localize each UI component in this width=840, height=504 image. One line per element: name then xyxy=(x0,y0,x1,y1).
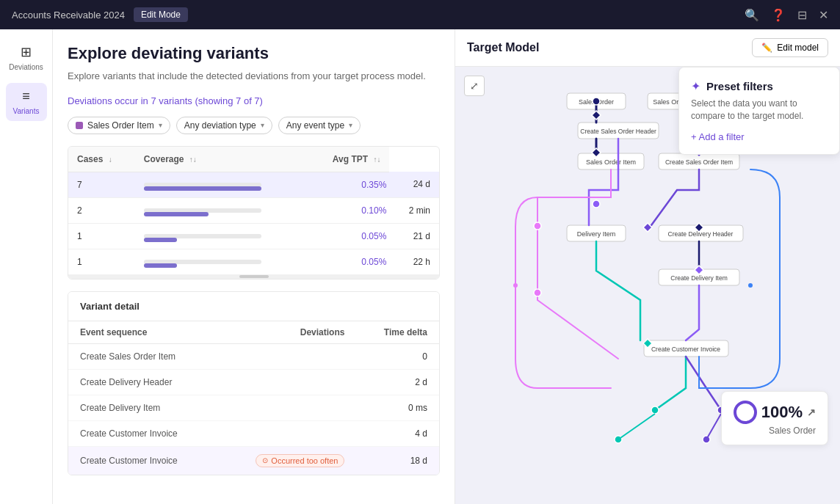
cell-pct: 0.35% xyxy=(306,172,389,197)
coverage-bar-fill xyxy=(144,238,177,242)
cell-coverage xyxy=(135,223,306,249)
cell-cases: 1 xyxy=(68,223,135,249)
title-bar-left: Accounts Receivable 2024 Edit Mode xyxy=(12,7,188,22)
svg-text:Sales Order Item: Sales Order Item xyxy=(586,158,636,166)
svg-text:Create Delivery Item: Create Delivery Item xyxy=(670,274,727,282)
edit-model-label: Edit model xyxy=(777,43,819,53)
edit-mode-badge[interactable]: Edit Mode xyxy=(134,7,188,22)
svg-point-34 xyxy=(748,283,753,288)
left-panel-content: Explore deviating variants Explore varia… xyxy=(53,29,455,504)
summary-text: Deviations occur in 7 variants xyxy=(68,95,192,106)
svg-point-27 xyxy=(593,200,600,208)
col-cases[interactable]: Cases ↓ xyxy=(68,147,135,172)
chevron-down-icon-2: ▾ xyxy=(261,121,264,129)
variants-label: Variants xyxy=(13,107,40,115)
variants-icon: ≡ xyxy=(22,89,30,104)
deviation-cell xyxy=(217,369,356,395)
chevron-down-icon-3: ▾ xyxy=(349,121,352,129)
timedelta-cell: 4 d xyxy=(356,420,439,446)
deviation-cell xyxy=(217,343,356,369)
detail-col-event: Event sequence xyxy=(68,321,217,344)
deviation-cell: ⊙ Occurred too often xyxy=(217,446,356,475)
add-filter-label: + Add a filter xyxy=(691,131,745,142)
variants-table-container: Cases ↓ Coverage ↑↓ Avg TPT ↑↓ 7 0.35% 2… xyxy=(68,146,440,280)
cell-cases: 1 xyxy=(68,249,135,274)
coverage-bar-fill xyxy=(144,186,261,191)
help-icon[interactable]: ❓ xyxy=(771,8,786,22)
app-title: Accounts Receivable 2024 xyxy=(12,10,125,21)
coverage-bar-fill xyxy=(144,263,177,268)
add-filter-button[interactable]: + Add a filter xyxy=(691,131,828,142)
table-row[interactable]: 1 0.05% 21 d xyxy=(68,223,439,249)
timedelta-cell: 0 xyxy=(356,343,439,369)
detail-table-row: Create Delivery Header 2 d xyxy=(68,369,439,395)
metric-percentage: 100% xyxy=(761,403,803,422)
right-panel-header: Target Model ✏️ Edit model xyxy=(455,29,840,67)
cell-coverage xyxy=(135,172,306,197)
coverage-bar-bg xyxy=(144,234,261,238)
cell-tpt: 2 min xyxy=(389,197,439,223)
coverage-bar-bg xyxy=(144,260,261,264)
filter-label-2: Any deviation type xyxy=(184,120,256,131)
table-row[interactable]: 7 0.35% 24 d xyxy=(68,172,439,197)
summary-highlight: (showing 7 of 7) xyxy=(195,95,263,106)
detail-col-timedelta: Time delta xyxy=(356,321,439,344)
svg-text:Create Delivery Header: Create Delivery Header xyxy=(668,230,734,238)
svg-text:Create Customer Invoice: Create Customer Invoice xyxy=(651,346,720,353)
filter-event-type[interactable]: Any event type ▾ xyxy=(278,117,361,134)
detail-table-row: Create Sales Order Item 0 xyxy=(68,343,439,369)
right-panel: Target Model ✏️ Edit model ⤢ xyxy=(455,29,840,504)
layout-icon[interactable]: ⊟ xyxy=(797,8,807,22)
deviations-icon: ⊞ xyxy=(21,44,32,60)
svg-text:Create Sales Order Item: Create Sales Order Item xyxy=(665,158,733,166)
sidebar-item-variants[interactable]: ≡ Variants xyxy=(6,83,47,121)
metric-card: 100% ↗ Sales Order xyxy=(721,391,828,445)
svg-point-29 xyxy=(534,289,541,296)
filters-row: Sales Order Item ▾ Any deviation type ▾ … xyxy=(68,117,440,134)
table-row[interactable]: 1 0.05% 22 h xyxy=(68,249,439,274)
metric-circle-indicator xyxy=(734,401,757,424)
edit-model-button[interactable]: ✏️ Edit model xyxy=(752,38,828,57)
cell-cases: 7 xyxy=(68,172,135,197)
deviation-badge: ⊙ Occurred too often xyxy=(256,454,344,467)
preset-filters-panel: ✦ Preset filters Select the data you wan… xyxy=(678,67,840,155)
expand-button[interactable]: ⤢ xyxy=(464,76,485,96)
external-link-icon[interactable]: ↗ xyxy=(807,406,816,418)
table-scrollbar[interactable] xyxy=(68,274,439,279)
cell-tpt: 21 d xyxy=(389,223,439,249)
cell-cases: 2 xyxy=(68,197,135,223)
filter-sales-order-item[interactable]: Sales Order Item ▾ xyxy=(68,117,170,134)
col-coverage[interactable]: Coverage ↑↓ xyxy=(135,147,306,172)
metric-value-row: 100% ↗ xyxy=(734,401,816,424)
preset-filters-icon: ✦ xyxy=(691,79,700,93)
sidebar-item-deviations[interactable]: ⊞ Deviations xyxy=(6,38,47,77)
cell-pct: 0.10% xyxy=(306,197,389,223)
coverage-bar-fill xyxy=(144,212,209,216)
chip-color-indicator xyxy=(76,122,83,129)
table-row[interactable]: 2 0.10% 2 min xyxy=(68,197,439,223)
timedelta-cell: 18 d xyxy=(356,446,439,475)
preset-filters-description: Select the data you want to compare to t… xyxy=(691,98,828,123)
detail-table-row: Create Customer Invoice ⊙ Occurred too o… xyxy=(68,446,439,475)
search-icon[interactable]: 🔍 xyxy=(745,8,759,22)
event-cell: Create Customer Invoice xyxy=(68,446,217,475)
scrollbar-thumb xyxy=(239,275,269,278)
cell-tpt: 24 d xyxy=(389,172,439,197)
deviations-label: Deviations xyxy=(9,63,43,71)
variant-detail-table: Event sequence Deviations Time delta Cre… xyxy=(68,321,439,475)
close-icon[interactable]: ✕ xyxy=(819,8,828,22)
page-description: Explore variants that include the detect… xyxy=(68,69,440,84)
variants-table: Cases ↓ Coverage ↑↓ Avg TPT ↑↓ 7 0.35% 2… xyxy=(68,147,439,274)
title-bar: Accounts Receivable 2024 Edit Mode 🔍 ❓ ⊟… xyxy=(0,0,840,29)
process-map-area: ⤢ Sales Order Sales Order Activities xyxy=(455,67,840,504)
col-tpt[interactable]: Avg TPT ↑↓ xyxy=(306,147,389,172)
variant-detail-header: Variant detail xyxy=(68,292,439,321)
filter-deviation-type[interactable]: Any deviation type ▾ xyxy=(176,117,272,134)
deviations-summary: Deviations occur in 7 variants (showing … xyxy=(68,95,440,106)
page-title: Explore deviating variants xyxy=(68,44,440,63)
detail-table-row: Create Customer Invoice 4 d xyxy=(68,420,439,446)
main-layout: ⊞ Deviations ≡ Variants Explore deviatin… xyxy=(0,29,840,504)
deviation-cell xyxy=(217,420,356,446)
event-cell: Create Delivery Header xyxy=(68,369,217,395)
filter-label-1: Sales Order Item xyxy=(87,120,154,131)
